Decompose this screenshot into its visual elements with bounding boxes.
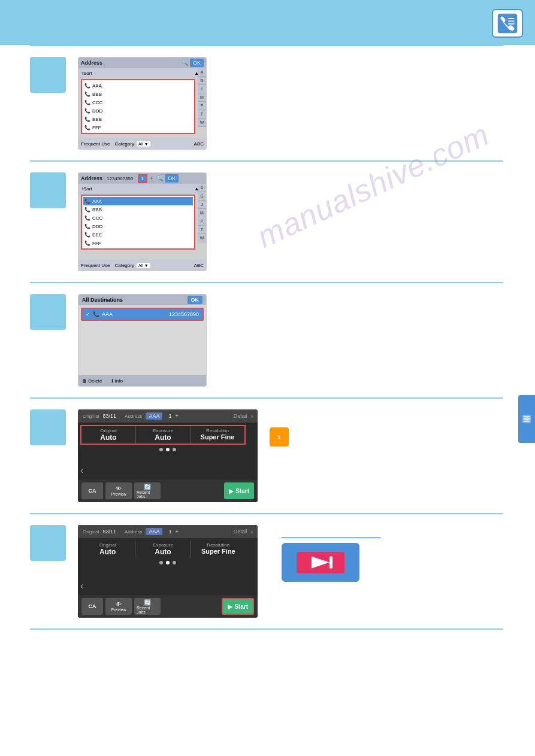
- original-label-2: Original: [83, 529, 99, 535]
- nav-dots-1: [78, 446, 258, 453]
- addr-toolbar: ↑Sort ▲▼: [78, 68, 206, 78]
- list-item[interactable]: 📞DDD: [83, 222, 193, 230]
- letter-m[interactable]: M: [198, 93, 206, 102]
- letter-a[interactable]: A: [198, 184, 206, 192]
- setting-resolution-value: Super Fine: [201, 433, 235, 441]
- delete-button[interactable]: 🗑 Delete: [82, 378, 102, 384]
- screen-fax-send-1: Original 83/11 Address AAA 1 + Detail › …: [78, 409, 258, 502]
- side-tab-button[interactable]: [518, 395, 535, 443]
- list-item[interactable]: 📞AAA: [83, 81, 193, 90]
- letter-t[interactable]: T: [198, 110, 206, 119]
- detail-btn-fax-1[interactable]: Detail: [234, 413, 247, 419]
- add-icon-fax-1[interactable]: +: [176, 413, 179, 419]
- ca-button-2[interactable]: CA: [81, 598, 103, 615]
- dot-1: [159, 448, 163, 451]
- list-item[interactable]: 📞CCC: [83, 214, 193, 222]
- ca-button-1[interactable]: CA: [81, 482, 103, 499]
- letter-p[interactable]: P: [198, 217, 206, 226]
- recent-icon: 🔄: [144, 484, 151, 490]
- next-arrow-button[interactable]: ›: [270, 427, 289, 447]
- addr-label-2: Address: [81, 175, 102, 181]
- list-item[interactable]: 📞CCC: [83, 98, 193, 107]
- preview-button-1[interactable]: 👁 Preview: [105, 482, 132, 499]
- arrow-btn-fax-1[interactable]: ›: [251, 413, 253, 420]
- screen-address-book-selected: Address 1234567890 1 + 🔍 OK ↑Sort ▲▼ 📞AA…: [78, 172, 207, 271]
- info-button[interactable]: ℹ Info: [111, 378, 123, 384]
- fax-settings-panel-2: Original Auto Exposure Auto Resolution S…: [80, 541, 246, 558]
- section-5-right: ___________________________: [282, 525, 380, 582]
- preview-button-2[interactable]: 👁 Preview: [105, 598, 132, 615]
- recent-jobs-button-2[interactable]: 🔄 Recent Jobs: [134, 598, 161, 615]
- recent-jobs-button-1[interactable]: 🔄 Recent Jobs: [134, 482, 161, 499]
- list-item[interactable]: 📞DDD: [83, 107, 193, 115]
- letter-j[interactable]: J: [198, 201, 206, 209]
- abc-label-2[interactable]: ABC: [194, 263, 204, 268]
- detail-btn-fax-2[interactable]: Detail: [234, 529, 247, 535]
- section-2: Address 1234567890 1 + 🔍 OK ↑Sort ▲▼ 📞AA…: [0, 162, 535, 282]
- fax-bottom-bar-1: CA 👁 Preview 🔄 Recent Jobs ▶ Start: [78, 479, 258, 502]
- fax-top-bar-1: Original 83/11 Address AAA 1 + Detail ›: [78, 409, 258, 423]
- dest-selected-row[interactable]: ✓ 📞 AAA 1234567890: [81, 308, 204, 321]
- phone-icon-dest: 📞: [93, 311, 99, 317]
- list-item[interactable]: 📞FFF: [83, 239, 193, 247]
- letter-p[interactable]: P: [198, 102, 206, 110]
- letter-w[interactable]: W: [198, 119, 206, 127]
- recent-label-2: Recent Jobs: [137, 606, 158, 614]
- add-icon-fax-2[interactable]: +: [176, 529, 179, 535]
- dot-3-s2: [173, 561, 176, 564]
- all-dest-header: All Destinations OK: [78, 294, 206, 305]
- dest-name: AAA: [102, 311, 113, 317]
- letter-i[interactable]: I: [198, 85, 206, 93]
- letter-a[interactable]: A: [198, 68, 206, 77]
- ok-button-3[interactable]: OK: [188, 296, 203, 304]
- dest-bottom-bar: 🗑 Delete ℹ Info: [78, 375, 206, 386]
- frequent-use-label[interactable]: Frequent Use: [81, 141, 110, 147]
- letter-g[interactable]: G: [198, 192, 206, 201]
- ok-button[interactable]: OK: [190, 59, 204, 67]
- letter-w[interactable]: W: [198, 234, 206, 242]
- svg-rect-7: [524, 421, 530, 422]
- start-button-1[interactable]: ▶ Start: [224, 482, 254, 499]
- setting-exposure-label-2: Exposure: [153, 542, 173, 548]
- svg-marker-8: [312, 557, 330, 569]
- nav-left-arrow-1[interactable]: ‹: [80, 465, 83, 476]
- preview-icon: 👁: [116, 485, 122, 492]
- addr-footer: Frequent Use Category All ▼ ABC: [78, 138, 206, 149]
- setting-exposure: Exposure Auto: [136, 426, 191, 444]
- setting-resolution: Resolution Super Fine: [191, 426, 244, 444]
- list-item[interactable]: 📞EEE: [83, 230, 193, 239]
- search-icon-2[interactable]: 🔍: [156, 175, 163, 181]
- list-item[interactable]: 📞BBB: [83, 205, 193, 214]
- search-icon[interactable]: 🔍: [182, 60, 188, 66]
- setting-original-label-2: Original: [99, 542, 116, 548]
- bottom-panel: [282, 543, 359, 582]
- arrow-btn-fax-2[interactable]: ›: [251, 529, 253, 535]
- step-box-1: [30, 57, 66, 93]
- list-item[interactable]: 📞EEE: [83, 115, 193, 123]
- add-icon[interactable]: +: [150, 175, 153, 181]
- abc-label[interactable]: ABC: [194, 141, 204, 147]
- list-item[interactable]: 📞AAA: [83, 197, 193, 205]
- step-box-4: [30, 409, 66, 445]
- ok-button-2[interactable]: OK: [165, 174, 179, 183]
- sort-label-2[interactable]: ↑Sort: [81, 186, 92, 192]
- category-dropdown[interactable]: All ▼: [137, 141, 150, 147]
- letter-t[interactable]: T: [198, 226, 206, 234]
- page-header: [0, 0, 535, 45]
- category-dropdown-2[interactable]: All ▼: [137, 263, 150, 268]
- step-box-2: [30, 172, 66, 208]
- header-phone-list-button[interactable]: [492, 9, 523, 38]
- letter-g[interactable]: G: [198, 77, 206, 85]
- bottom-space: [0, 630, 535, 690]
- start-button-2[interactable]: ▶ Start: [222, 598, 254, 615]
- underline-link-5[interactable]: ___________________________: [282, 531, 380, 538]
- list-item[interactable]: 📞BBB: [83, 90, 193, 98]
- letter-m[interactable]: M: [198, 209, 206, 217]
- nav-left-arrow-2[interactable]: ‹: [80, 581, 83, 591]
- list-item[interactable]: 📞FFF: [83, 123, 193, 132]
- address-list: 📞AAA 📞BBB 📞CCC 📞DDD 📞EEE 📞FFF: [81, 79, 195, 134]
- start-icon-panel: [306, 555, 335, 570]
- frequent-use-label-2[interactable]: Frequent Use: [81, 263, 110, 268]
- sort-label[interactable]: ↑Sort: [81, 71, 92, 76]
- dot-2-s2: [166, 561, 170, 564]
